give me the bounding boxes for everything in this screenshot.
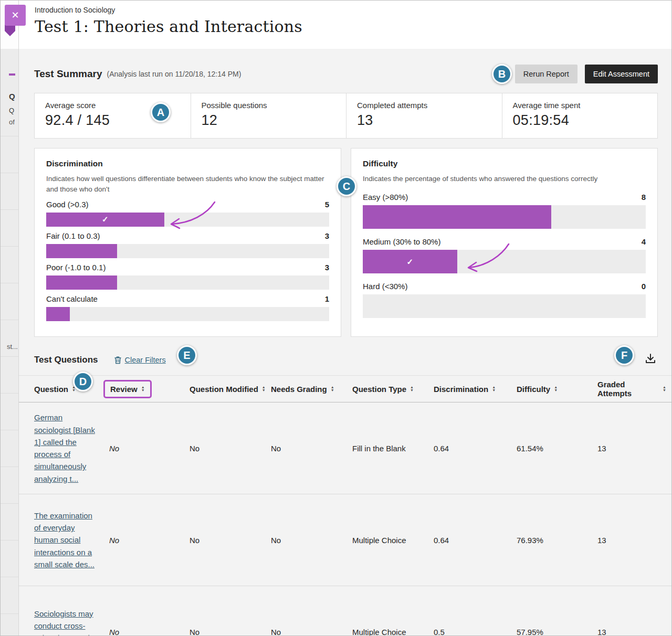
bar-count: 4 bbox=[642, 237, 646, 246]
difficulty-description: Indicates the percentage of students who… bbox=[363, 174, 646, 184]
sort-desc-icon: ▼ bbox=[331, 389, 334, 392]
question-cell: The examination of everyday human social… bbox=[34, 510, 109, 570]
bar-easy: Easy (>80%) 8 bbox=[363, 193, 646, 229]
bar-count: 8 bbox=[642, 193, 646, 202]
review-cell: No bbox=[109, 444, 190, 453]
question-modified-cell: No bbox=[190, 536, 271, 545]
bar-label: Medium (30% to 80%) bbox=[363, 237, 440, 246]
clear-filters-label: Clear Filters bbox=[125, 356, 166, 364]
question-type-cell: Multiple Choice bbox=[352, 536, 434, 545]
bar-label: Poor (-1.0 to 0.1) bbox=[46, 263, 106, 272]
column-header-question-modified[interactable]: Question Modified ▲▼ bbox=[190, 385, 271, 394]
download-button[interactable] bbox=[643, 352, 658, 368]
bar-hard: Hard (<30%) 0 bbox=[363, 282, 646, 318]
bar-fill[interactable]: ✓ bbox=[46, 213, 164, 227]
column-header-needs-grading[interactable]: Needs Grading ▲▼ bbox=[271, 385, 352, 394]
table-header-row: Question ▲▼ Review ▲▼ Question Modified … bbox=[19, 375, 671, 402]
bar-fill[interactable] bbox=[363, 205, 551, 229]
bar-count: 0 bbox=[642, 282, 646, 291]
sort-icon[interactable]: ▲▼ bbox=[554, 386, 558, 392]
sort-icon[interactable]: ▲▼ bbox=[663, 386, 666, 392]
table-row: The examination of everyday human social… bbox=[19, 494, 671, 586]
stat-average-time-spent: Average time spent 05:19:54 bbox=[502, 93, 658, 138]
sort-icon[interactable]: ▲▼ bbox=[262, 386, 266, 392]
discrimination-panel: Discrimination Indicates how well questi… bbox=[34, 148, 341, 337]
test-summary-header: Test Summary (Analysis last run on 11/20… bbox=[34, 65, 658, 83]
bar-good: Good (>0.3) 5 ✓ bbox=[46, 200, 329, 227]
column-header-discrimination[interactable]: Discrimination ▲▼ bbox=[434, 385, 517, 394]
background-text-fragment: Q bbox=[9, 107, 14, 114]
test-questions-title: Test Questions bbox=[34, 355, 98, 365]
sort-icon[interactable]: ▲▼ bbox=[72, 386, 76, 392]
bar-fill[interactable] bbox=[46, 307, 70, 321]
bar-fair: Fair (0.1 to 0.3) 3 bbox=[46, 231, 329, 258]
rerun-report-button[interactable]: Rerun Report bbox=[515, 65, 578, 83]
discrimination-cell: 0.64 bbox=[434, 536, 517, 545]
bar-track[interactable] bbox=[46, 244, 329, 258]
needs-grading-cell: No bbox=[271, 628, 352, 636]
sort-icon[interactable]: ▲▼ bbox=[410, 386, 414, 392]
bar-track[interactable] bbox=[46, 307, 329, 321]
stat-label: Average score bbox=[45, 101, 180, 110]
bar-fill[interactable] bbox=[46, 244, 117, 258]
column-header-question-type[interactable]: Question Type ▲▼ bbox=[352, 385, 434, 394]
bar-track[interactable] bbox=[363, 294, 646, 318]
question-link[interactable]: Sociologists may conduct cross-cultural … bbox=[34, 608, 95, 636]
background-text-fragment: of bbox=[9, 118, 15, 126]
sort-icon[interactable]: ▲▼ bbox=[492, 386, 496, 392]
bar-track[interactable] bbox=[363, 205, 646, 229]
bar-label: Good (>0.3) bbox=[46, 200, 88, 209]
discrimination-cell: 0.5 bbox=[434, 628, 517, 636]
summary-stats-row: Average score 92.4 / 145 Possible questi… bbox=[34, 93, 658, 139]
sort-icon[interactable]: ▲▼ bbox=[141, 386, 145, 392]
bar-poor: Poor (-1.0 to 0.1) 3 bbox=[46, 263, 329, 290]
breadcrumb-course: Introduction to Sociology bbox=[35, 6, 671, 14]
stat-completed-attempts: Completed attempts 13 bbox=[346, 93, 502, 138]
needs-grading-cell: No bbox=[271, 444, 352, 453]
table-row: German sociologist [Blank 1] called the … bbox=[19, 402, 671, 494]
clear-filters-link[interactable]: Clear Filters bbox=[114, 356, 166, 364]
question-link[interactable]: The examination of everyday human social… bbox=[34, 510, 95, 570]
column-header-graded-attempts[interactable]: Graded Attempts ▲▼ bbox=[597, 380, 666, 398]
stat-label: Average time spent bbox=[513, 101, 647, 110]
question-link[interactable]: German sociologist [Blank 1] called the … bbox=[34, 411, 95, 485]
page-title: Test 1: Theories and Interactions bbox=[35, 17, 671, 36]
bar-fill[interactable]: ✓ bbox=[363, 250, 457, 273]
bar-label: Hard (<30%) bbox=[363, 282, 407, 291]
question-modified-cell: No bbox=[190, 444, 271, 453]
close-button[interactable]: ✕ bbox=[5, 5, 26, 26]
column-header-review[interactable]: Review ▲▼ bbox=[109, 383, 190, 395]
check-icon: ✓ bbox=[102, 215, 109, 224]
bar-cant-calculate: Can't calculate 1 bbox=[46, 294, 329, 321]
background-accent-bar bbox=[9, 73, 15, 76]
question-cell: Sociologists may conduct cross-cultural … bbox=[34, 608, 109, 636]
background-page-strip: Q Q of st... bbox=[1, 1, 19, 635]
question-type-cell: Fill in the Blank bbox=[352, 444, 434, 453]
sort-desc-icon: ▼ bbox=[410, 389, 414, 392]
sort-icon[interactable]: ▲▼ bbox=[331, 386, 334, 392]
sort-desc-icon: ▼ bbox=[141, 389, 145, 392]
needs-grading-cell: No bbox=[271, 536, 352, 545]
question-modified-cell: No bbox=[190, 628, 271, 636]
check-icon: ✓ bbox=[407, 257, 414, 267]
review-cell: No bbox=[109, 536, 190, 545]
bar-count: 3 bbox=[325, 231, 329, 240]
bar-track[interactable]: ✓ bbox=[363, 250, 646, 273]
charts-row: Discrimination Indicates how well questi… bbox=[34, 148, 658, 337]
column-header-difficulty[interactable]: Difficulty ▲▼ bbox=[517, 385, 597, 394]
column-header-question[interactable]: Question ▲▼ bbox=[34, 385, 109, 394]
edit-assessment-button[interactable]: Edit Assessment bbox=[585, 65, 658, 83]
discrimination-cell: 0.64 bbox=[434, 444, 517, 453]
close-icon: ✕ bbox=[11, 10, 19, 20]
bar-track[interactable] bbox=[46, 275, 329, 290]
stat-label: Completed attempts bbox=[357, 101, 491, 110]
summary-actions: Rerun Report Edit Assessment bbox=[515, 65, 658, 83]
analysis-last-run-note: (Analysis last run on 11/20/18, 12:14 PM… bbox=[107, 70, 242, 78]
stat-value: 92.4 / 145 bbox=[45, 112, 180, 129]
bar-track[interactable]: ✓ bbox=[46, 213, 329, 227]
bar-fill[interactable] bbox=[46, 275, 117, 290]
difficulty-title: Difficulty bbox=[363, 159, 646, 168]
bar-label: Easy (>80%) bbox=[363, 193, 408, 202]
questions-table: Question ▲▼ Review ▲▼ Question Modified … bbox=[19, 375, 671, 635]
graded-attempts-cell: 13 bbox=[597, 444, 666, 453]
